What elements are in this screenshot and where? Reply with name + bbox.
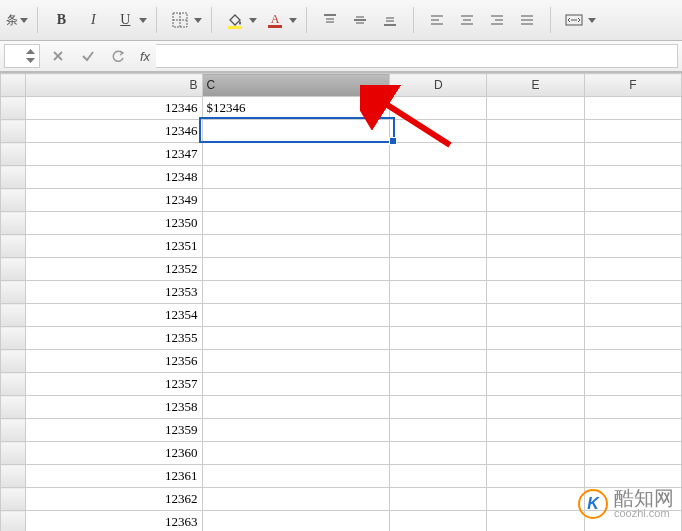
cell-D1[interactable]	[390, 97, 487, 120]
cell-F15[interactable]	[584, 419, 681, 442]
cell-C7[interactable]	[202, 235, 390, 258]
cell-C14[interactable]	[202, 396, 390, 419]
undo-arc-icon[interactable]	[106, 44, 130, 68]
cell-E16[interactable]	[487, 442, 584, 465]
cell-C13[interactable]	[202, 373, 390, 396]
cell-E19[interactable]	[487, 511, 584, 532]
cell-D7[interactable]	[390, 235, 487, 258]
cancel-icon[interactable]	[46, 44, 70, 68]
row-header[interactable]	[1, 97, 26, 120]
cell-E8[interactable]	[487, 258, 584, 281]
dropdown-icon[interactable]	[19, 6, 29, 34]
row-header[interactable]	[1, 281, 26, 304]
cell-D19[interactable]	[390, 511, 487, 532]
cell-C6[interactable]	[202, 212, 390, 235]
merge-cells-button[interactable]	[559, 5, 589, 35]
cell-F14[interactable]	[584, 396, 681, 419]
cell-B7[interactable]: 12351	[26, 235, 202, 258]
row-header[interactable]	[1, 258, 26, 281]
cell-B13[interactable]: 12357	[26, 373, 202, 396]
cell-D6[interactable]	[390, 212, 487, 235]
cell-E15[interactable]	[487, 419, 584, 442]
cell-E3[interactable]	[487, 143, 584, 166]
cell-E5[interactable]	[487, 189, 584, 212]
cell-C11[interactable]	[202, 327, 390, 350]
cell-F1[interactable]	[584, 97, 681, 120]
cell-C2[interactable]	[202, 120, 390, 143]
row-header[interactable]	[1, 350, 26, 373]
cell-D14[interactable]	[390, 396, 487, 419]
font-color-button[interactable]: A	[260, 5, 290, 35]
cell-D4[interactable]	[390, 166, 487, 189]
borders-button[interactable]	[165, 5, 195, 35]
cell-C3[interactable]	[202, 143, 390, 166]
cell-E6[interactable]	[487, 212, 584, 235]
cell-F4[interactable]	[584, 166, 681, 189]
cell-F10[interactable]	[584, 304, 681, 327]
align-justify-button[interactable]	[512, 5, 542, 35]
cell-F16[interactable]	[584, 442, 681, 465]
cell-F12[interactable]	[584, 350, 681, 373]
align-bottom-button[interactable]	[375, 5, 405, 35]
formula-input[interactable]	[156, 44, 678, 68]
cell-D13[interactable]	[390, 373, 487, 396]
cell-B6[interactable]: 12350	[26, 212, 202, 235]
cell-B17[interactable]: 12361	[26, 465, 202, 488]
row-header[interactable]	[1, 304, 26, 327]
cell-C16[interactable]	[202, 442, 390, 465]
accept-icon[interactable]	[76, 44, 100, 68]
cell-D16[interactable]	[390, 442, 487, 465]
fill-handle[interactable]	[389, 137, 397, 145]
cell-B16[interactable]: 12360	[26, 442, 202, 465]
column-header-D[interactable]: D	[390, 74, 487, 97]
row-header[interactable]	[1, 235, 26, 258]
align-top-button[interactable]	[315, 5, 345, 35]
cell-F3[interactable]	[584, 143, 681, 166]
column-header-F[interactable]: F	[584, 74, 681, 97]
cell-D9[interactable]	[390, 281, 487, 304]
cell-B14[interactable]: 12358	[26, 396, 202, 419]
cell-E12[interactable]	[487, 350, 584, 373]
cell-C15[interactable]	[202, 419, 390, 442]
cell-C1[interactable]: $12346	[202, 97, 390, 120]
row-header[interactable]	[1, 396, 26, 419]
cell-F8[interactable]	[584, 258, 681, 281]
cell-E7[interactable]	[487, 235, 584, 258]
cell-E18[interactable]	[487, 488, 584, 511]
cell-C4[interactable]	[202, 166, 390, 189]
cell-D8[interactable]	[390, 258, 487, 281]
row-header[interactable]	[1, 327, 26, 350]
align-right-button[interactable]	[482, 5, 512, 35]
cell-F11[interactable]	[584, 327, 681, 350]
cell-D12[interactable]	[390, 350, 487, 373]
spreadsheet-grid[interactable]: BCDEF12346$12346123461234712348123491235…	[0, 72, 682, 531]
cell-B12[interactable]: 12356	[26, 350, 202, 373]
cell-C18[interactable]	[202, 488, 390, 511]
row-header[interactable]	[1, 212, 26, 235]
cell-E14[interactable]	[487, 396, 584, 419]
select-all-corner[interactable]	[1, 74, 26, 97]
cell-E1[interactable]	[487, 97, 584, 120]
column-header-C[interactable]: C	[202, 74, 390, 97]
cell-D5[interactable]	[390, 189, 487, 212]
cell-F6[interactable]	[584, 212, 681, 235]
cell-C17[interactable]	[202, 465, 390, 488]
cell-D3[interactable]	[390, 143, 487, 166]
cell-C5[interactable]	[202, 189, 390, 212]
row-header[interactable]	[1, 442, 26, 465]
row-header[interactable]	[1, 189, 26, 212]
row-header[interactable]	[1, 143, 26, 166]
cell-F5[interactable]	[584, 189, 681, 212]
column-header-B[interactable]: B	[26, 74, 202, 97]
row-header[interactable]	[1, 373, 26, 396]
align-left-button[interactable]	[422, 5, 452, 35]
cell-F13[interactable]	[584, 373, 681, 396]
cell-E11[interactable]	[487, 327, 584, 350]
row-header[interactable]	[1, 488, 26, 511]
cell-C10[interactable]	[202, 304, 390, 327]
row-header[interactable]	[1, 465, 26, 488]
cell-B2[interactable]: 12346	[26, 120, 202, 143]
cell-D18[interactable]	[390, 488, 487, 511]
cell-E9[interactable]	[487, 281, 584, 304]
cell-D11[interactable]	[390, 327, 487, 350]
